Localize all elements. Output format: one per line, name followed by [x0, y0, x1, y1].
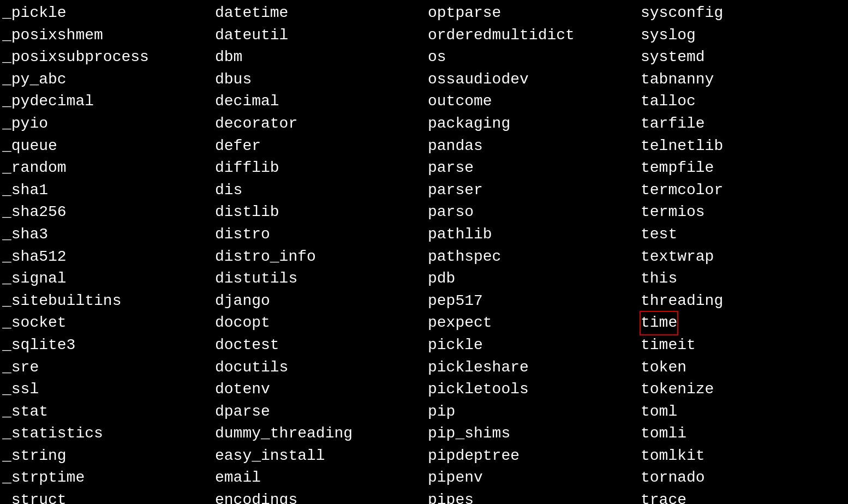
- list-item: tarfile: [641, 113, 843, 135]
- column-1: _pickle_posixshmem_posixsubprocess_py_ab…: [0, 2, 210, 502]
- list-item: trace: [641, 489, 843, 504]
- list-item: tokenize: [641, 379, 843, 401]
- list-item: docutils: [215, 357, 417, 379]
- list-item: this: [641, 268, 843, 290]
- list-item: _statistics: [2, 423, 204, 445]
- list-item: systemd: [641, 46, 843, 69]
- list-item: decimal: [215, 91, 417, 113]
- list-item: tomlkit: [641, 445, 843, 467]
- list-item: pep517: [428, 290, 630, 313]
- list-item: termcolor: [641, 179, 843, 202]
- list-item: test: [641, 224, 843, 246]
- list-item: pipenv: [428, 467, 630, 489]
- list-item: textwrap: [641, 246, 843, 268]
- list-item: _pydecimal: [2, 91, 204, 113]
- list-item: _sha256: [2, 201, 204, 224]
- list-item: pipes: [428, 489, 630, 504]
- column-3: optparseorderedmultidictosossaudiodevout…: [422, 2, 635, 502]
- list-item: pathlib: [428, 224, 630, 246]
- list-item: _signal: [2, 268, 204, 290]
- list-item: timeit: [641, 334, 843, 357]
- list-item: distutils: [215, 268, 417, 290]
- list-item: _pickle: [2, 2, 204, 25]
- list-item: _sha1: [2, 179, 204, 202]
- list-item: docopt: [215, 312, 417, 334]
- list-item: _sqlite3: [2, 334, 204, 357]
- list-item: _pyio: [2, 113, 204, 135]
- list-item: _queue: [2, 135, 204, 158]
- list-item: dis: [215, 179, 417, 202]
- list-item: distro: [215, 224, 417, 246]
- list-item: tomli: [641, 423, 843, 445]
- list-item: _sha512: [2, 246, 204, 268]
- list-item: outcome: [428, 91, 630, 113]
- list-item: _posixsubprocess: [2, 46, 204, 69]
- list-item: packaging: [428, 113, 630, 135]
- list-item: token: [641, 357, 843, 379]
- list-item: threading: [641, 290, 843, 313]
- module-list: _pickle_posixshmem_posixsubprocess_py_ab…: [0, 0, 848, 504]
- list-item: pipdeptree: [428, 445, 630, 467]
- list-item: _sha3: [2, 224, 204, 246]
- list-item: talloc: [641, 91, 843, 113]
- list-item: time: [641, 312, 843, 334]
- list-item: tabnanny: [641, 69, 843, 91]
- column-4: sysconfigsyslogsystemdtabnannytalloctarf…: [635, 2, 848, 502]
- list-item: pickle: [428, 334, 630, 357]
- list-item: _strptime: [2, 467, 204, 489]
- list-item: parser: [428, 179, 630, 202]
- list-item: distlib: [215, 201, 417, 224]
- list-item: syslog: [641, 25, 843, 47]
- list-item: _string: [2, 445, 204, 467]
- list-item: _sre: [2, 357, 204, 379]
- list-item: distro_info: [215, 246, 417, 268]
- list-item: pandas: [428, 135, 630, 158]
- list-item: difflib: [215, 157, 417, 179]
- list-item: sysconfig: [641, 2, 843, 25]
- list-item: _posixshmem: [2, 25, 204, 47]
- list-item: dummy_threading: [215, 423, 417, 445]
- list-item: datetime: [215, 2, 417, 25]
- list-item: dotenv: [215, 379, 417, 401]
- list-item: doctest: [215, 334, 417, 357]
- list-item: os: [428, 46, 630, 69]
- list-item: django: [215, 290, 417, 313]
- list-item: pdb: [428, 268, 630, 290]
- list-item: dateutil: [215, 25, 417, 47]
- list-item: _struct: [2, 489, 204, 504]
- list-item: pexpect: [428, 312, 630, 334]
- list-item: dbm: [215, 46, 417, 69]
- list-item: orderedmultidict: [428, 25, 630, 47]
- list-item: tempfile: [641, 157, 843, 179]
- list-item: _ssl: [2, 379, 204, 401]
- list-item: defer: [215, 135, 417, 158]
- list-item: pip_shims: [428, 423, 630, 445]
- list-item: email: [215, 467, 417, 489]
- list-item: toml: [641, 401, 843, 423]
- highlighted-item: time: [641, 312, 677, 334]
- list-item: tornado: [641, 467, 843, 489]
- list-item: _random: [2, 157, 204, 179]
- list-item: ossaudiodev: [428, 69, 630, 91]
- list-item: pathspec: [428, 246, 630, 268]
- list-item: telnetlib: [641, 135, 843, 158]
- list-item: _py_abc: [2, 69, 204, 91]
- column-2: datetimedateutildbmdbusdecimaldecoratord…: [210, 2, 422, 502]
- list-item: optparse: [428, 2, 630, 25]
- list-item: easy_install: [215, 445, 417, 467]
- list-item: dbus: [215, 69, 417, 91]
- list-item: encodings: [215, 489, 417, 504]
- list-item: _sitebuiltins: [2, 290, 204, 313]
- list-item: parso: [428, 201, 630, 224]
- list-item: pickleshare: [428, 357, 630, 379]
- list-item: decorator: [215, 113, 417, 135]
- list-item: _stat: [2, 401, 204, 423]
- list-item: dparse: [215, 401, 417, 423]
- list-item: pip: [428, 401, 630, 423]
- list-item: termios: [641, 201, 843, 224]
- list-item: pickletools: [428, 379, 630, 401]
- list-item: _socket: [2, 312, 204, 334]
- list-item: parse: [428, 157, 630, 179]
